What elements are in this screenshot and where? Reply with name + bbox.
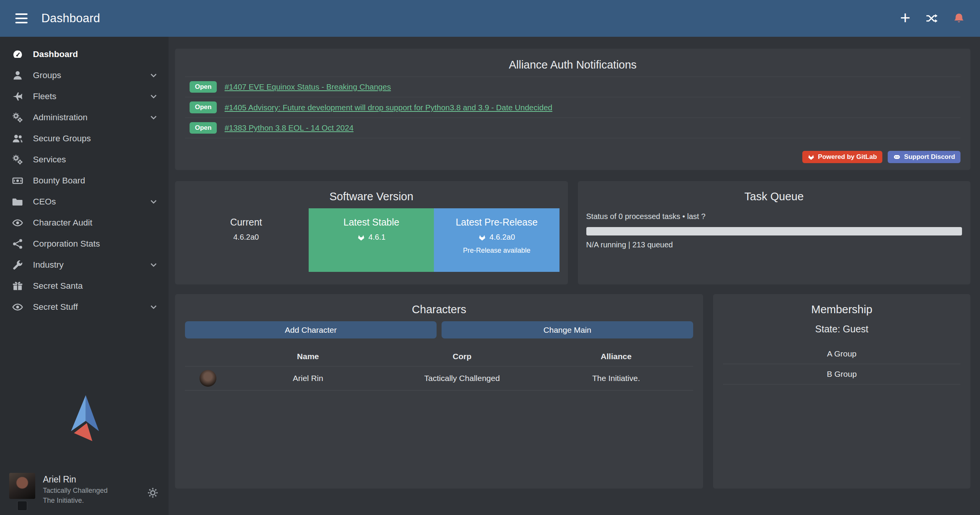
chevron-down-icon <box>149 92 158 101</box>
software-version-card: Software Version Current 4.6.2a0 Latest … <box>175 181 568 284</box>
gitlab-badge[interactable]: Powered by GitLab <box>802 151 882 163</box>
sidebar-item-label: Character Audit <box>33 218 92 228</box>
menu-toggle-icon[interactable] <box>15 13 28 23</box>
sidebar-item-character-audit[interactable]: Character Audit <box>0 212 169 233</box>
discord-badge[interactable]: Support Discord <box>888 151 960 163</box>
user-panel: Ariel Rin Tactically Challenged The Init… <box>0 469 169 515</box>
user-name: Ariel Rin <box>43 474 108 485</box>
gift-icon <box>11 280 24 292</box>
page-title: Dashboard <box>41 11 100 25</box>
notification-link[interactable]: #1407 EVE Equinox Status - Breaking Chan… <box>224 82 391 92</box>
chevron-down-icon <box>149 113 158 122</box>
user-avatar <box>9 473 35 499</box>
fighter-jet-icon <box>11 90 24 103</box>
version-label: Latest Stable <box>344 217 399 228</box>
sidebar-item-secret-stuff[interactable]: Secret Stuff <box>0 296 169 317</box>
corp-logo <box>17 501 27 511</box>
sidebar-item-dashboard[interactable]: Dashboard <box>0 44 169 65</box>
software-version-title: Software Version <box>183 190 560 203</box>
character-name: Ariel Rin <box>231 374 385 383</box>
chevron-down-icon <box>149 71 158 80</box>
top-navbar: Dashboard + <box>0 0 980 37</box>
version-label: Current <box>230 217 262 228</box>
sidebar-item-label: Corporation Stats <box>33 239 100 249</box>
sidebar-item-administration[interactable]: Administration <box>0 107 169 128</box>
shuffle-icon[interactable] <box>926 13 938 24</box>
gears-icon <box>11 111 24 124</box>
sidebar-item-ceos[interactable]: CEOs <box>0 191 169 212</box>
membership-state: State: Guest <box>723 324 960 335</box>
add-icon[interactable]: + <box>900 9 910 26</box>
characters-table-header: Name Corp Alliance <box>185 347 693 366</box>
users-icon <box>11 132 24 145</box>
characters-card: Characters Add Character Change Main Nam… <box>175 294 703 489</box>
notification-row: Open #1407 EVE Equinox Status - Breaking… <box>185 77 960 97</box>
prerelease-note: Pre-Release available <box>463 247 530 255</box>
character-row: Ariel Rin Tactically Challenged The Init… <box>185 366 693 391</box>
version-current: Current 4.6.2a0 <box>183 208 309 272</box>
character-corp: Tactically Challenged <box>385 374 539 383</box>
notifications-footer: Powered by GitLab Support Discord <box>185 151 960 163</box>
column-header-alliance: Alliance <box>539 352 693 361</box>
user-info: Ariel Rin Tactically Challenged The Init… <box>43 473 108 505</box>
sidebar-item-label: Secure Groups <box>33 134 91 144</box>
task-queue-card: Task Queue Status of 0 processed tasks •… <box>578 181 971 284</box>
add-character-button[interactable]: Add Character <box>185 321 437 338</box>
gitlab-tanuki-icon <box>357 234 365 241</box>
notifications-card: Alliance Auth Notifications Open #1407 E… <box>175 49 970 170</box>
sidebar-item-label: Administration <box>33 113 88 123</box>
chevron-down-icon <box>149 261 158 269</box>
sidebar-item-industry[interactable]: Industry <box>0 254 169 275</box>
notification-link[interactable]: #1405 Advisory: Future development will … <box>224 103 552 112</box>
eye-icon <box>11 301 24 313</box>
character-portrait-cell <box>185 370 231 387</box>
status-badge: Open <box>190 81 217 93</box>
task-queue-title: Task Queue <box>586 190 962 203</box>
discord-badge-label: Support Discord <box>904 153 955 161</box>
chevron-down-icon <box>149 303 158 311</box>
folder-icon <box>11 196 24 208</box>
sidebar-item-label: Services <box>33 155 66 165</box>
settings-gear-icon[interactable] <box>147 487 159 499</box>
user-corp: Tactically Challenged <box>43 487 108 495</box>
version-number: 4.6.2a0 <box>233 233 259 242</box>
sidebar-item-label: Fleets <box>33 92 56 101</box>
membership-group: B Group <box>723 364 960 384</box>
wrench-icon <box>11 259 24 271</box>
sidebar-item-label: Secret Santa <box>33 281 83 291</box>
status-badge: Open <box>190 122 217 134</box>
row-version-tasks: Software Version Current 4.6.2a0 Latest … <box>175 181 970 284</box>
sidebar-item-label: CEOs <box>33 197 56 207</box>
notification-bell-icon[interactable] <box>953 13 965 24</box>
main-content: Alliance Auth Notifications Open #1407 E… <box>169 37 980 515</box>
sidebar-item-secret-santa[interactable]: Secret Santa <box>0 275 169 296</box>
membership-group: A Group <box>723 344 960 364</box>
notification-row: Open #1383 Python 3.8 EOL - 14 Oct 2024 <box>185 118 960 138</box>
sidebar-item-services[interactable]: Services <box>0 149 169 170</box>
sidebar-item-corporation-stats[interactable]: Corporation Stats <box>0 233 169 254</box>
sidebar-item-groups[interactable]: Groups <box>0 65 169 86</box>
version-latest-prerelease: Latest Pre-Release 4.6.2a0 Pre-Release a… <box>434 208 559 272</box>
notifications-title: Alliance Auth Notifications <box>185 59 960 71</box>
task-queue-counts: N/A running | 213 queued <box>586 240 962 249</box>
money-icon <box>11 175 24 187</box>
task-progress-bar <box>586 227 962 235</box>
change-main-button[interactable]: Change Main <box>442 321 693 338</box>
column-header-name: Name <box>231 352 385 361</box>
dashboard-icon <box>11 48 24 60</box>
gitlab-tanuki-icon <box>478 234 486 241</box>
version-number: 4.6.1 <box>357 233 385 242</box>
characters-actions: Add Character Change Main <box>185 321 693 338</box>
membership-card: Membership State: Guest A Group B Group <box>713 294 970 489</box>
sidebar: Dashboard Groups Fleets Administration S… <box>0 37 169 515</box>
cog-icon <box>11 154 24 166</box>
notifications-list: Open #1407 EVE Equinox Status - Breaking… <box>185 77 960 138</box>
notification-link[interactable]: #1383 Python 3.8 EOL - 14 Oct 2024 <box>224 123 353 132</box>
sidebar-item-label: Dashboard <box>33 49 78 59</box>
version-number: 4.6.2a0 <box>478 233 515 242</box>
sidebar-item-label: Industry <box>33 260 64 270</box>
sidebar-item-secure-groups[interactable]: Secure Groups <box>0 128 169 149</box>
sidebar-item-label: Secret Stuff <box>33 302 78 312</box>
sidebar-item-fleets[interactable]: Fleets <box>0 86 169 107</box>
sidebar-item-bounty-board[interactable]: Bounty Board <box>0 170 169 191</box>
